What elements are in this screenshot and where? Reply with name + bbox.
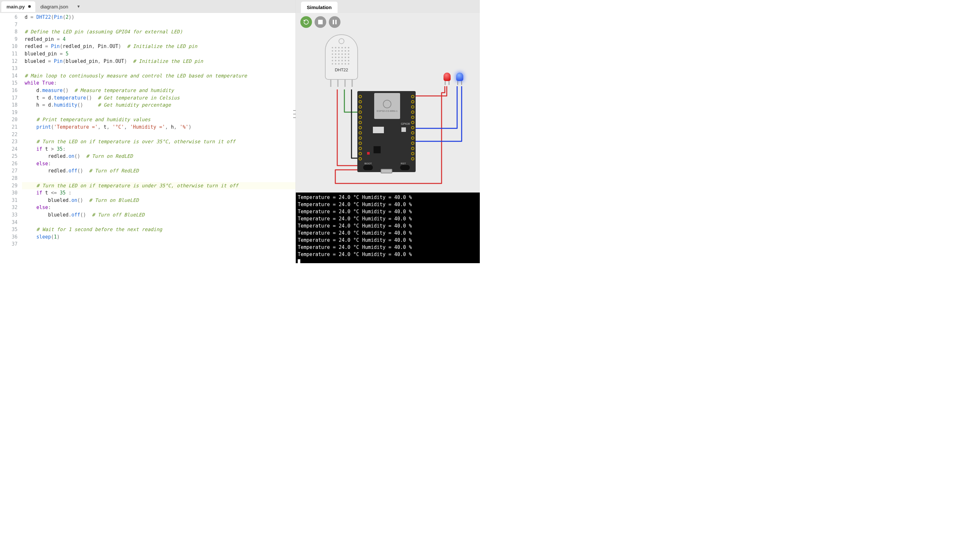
tab-overflow-menu[interactable]: ▼: [77, 4, 81, 9]
code-line[interactable]: if t > 35:: [22, 145, 296, 153]
code-editor[interactable]: 6789101112131415161718192021222324252627…: [0, 13, 296, 263]
code-line[interactable]: [22, 65, 296, 72]
pause-icon: [332, 20, 337, 24]
code-line[interactable]: # Main loop to continuously measure and …: [22, 72, 296, 80]
line-number: 32: [0, 204, 18, 211]
line-number: 25: [0, 153, 18, 160]
line-number: 37: [0, 240, 18, 248]
tab-diagram-json[interactable]: diagram.json: [35, 1, 73, 12]
restart-button[interactable]: [300, 16, 312, 28]
code-line[interactable]: t = d.temperature() # Get temperature in…: [22, 94, 296, 102]
console-line: Temperature = 24.0 °C Humidity = 40.0 %: [298, 237, 478, 244]
line-number: 15: [0, 80, 18, 87]
code-line[interactable]: # Define the LED pin (assuming GPIO4 for…: [22, 28, 296, 36]
code-line[interactable]: # Turn the LED on if temperature is over…: [22, 138, 296, 145]
code-line[interactable]: [22, 240, 296, 248]
line-number: 18: [0, 102, 18, 109]
console-cursor: [298, 258, 478, 263]
esp32-board[interactable]: ESP32-C3-MINI-1 GPIO8 BOOT RST: [357, 91, 416, 172]
code-line[interactable]: if t <= 35 :: [22, 189, 296, 197]
code-line[interactable]: while True:: [22, 80, 296, 87]
usb-port: [381, 169, 392, 173]
line-number: 35: [0, 226, 18, 233]
code-line[interactable]: d.measure() # Measure temperature and hu…: [22, 87, 296, 94]
line-number: 11: [0, 50, 18, 58]
code-line[interactable]: sleep(1): [22, 233, 296, 241]
line-number: 8: [0, 28, 18, 36]
code-line[interactable]: [22, 175, 296, 182]
console-line: Temperature = 24.0 °C Humidity = 40.0 %: [298, 208, 478, 215]
code-line[interactable]: [22, 219, 296, 226]
code-line[interactable]: # Turn the LED on if temperature is unde…: [22, 182, 296, 189]
boot-button[interactable]: [363, 165, 373, 170]
console-line: Temperature = 24.0 °C Humidity = 40.0 %: [298, 215, 478, 222]
sim-toolbar: [296, 13, 480, 31]
dht22-label: DHT22: [335, 67, 348, 72]
line-number: 34: [0, 219, 18, 226]
line-number: 10: [0, 43, 18, 50]
board-model-label: ESP32-C3-MINI-1: [377, 110, 398, 113]
code-line[interactable]: else:: [22, 160, 296, 167]
code-line[interactable]: redled.on() # Turn on RedLED: [22, 153, 296, 160]
code-line[interactable]: blueled_pin = 5: [22, 50, 296, 58]
console-line: Temperature = 24.0 °C Humidity = 40.0 %: [298, 251, 478, 258]
line-number: 24: [0, 145, 18, 153]
code-line[interactable]: else:: [22, 204, 296, 211]
line-number: 7: [0, 21, 18, 29]
tab-label: diagram.json: [40, 4, 68, 10]
line-number: 9: [0, 36, 18, 43]
tab-main-py[interactable]: main.py: [1, 1, 35, 12]
code-line[interactable]: [22, 131, 296, 138]
tab-bar: main.pydiagram.json ▼: [0, 0, 296, 13]
svg-rect-2: [335, 20, 337, 24]
line-number: 29: [0, 182, 18, 189]
red-led[interactable]: [444, 73, 451, 84]
line-number: 20: [0, 116, 18, 124]
code-line[interactable]: redled_pin = 4: [22, 36, 296, 43]
pause-button[interactable]: [329, 16, 340, 28]
line-number: 27: [0, 167, 18, 175]
code-line[interactable]: blueled = Pin(blueled_pin, Pin.OUT) # In…: [22, 58, 296, 65]
dht22-sensor[interactable]: DHT22: [325, 34, 358, 89]
simulation-tab[interactable]: Simulation: [301, 2, 337, 13]
blue-led[interactable]: [456, 73, 463, 84]
line-number: 22: [0, 131, 18, 138]
code-line[interactable]: redled = Pin(redled_pin, Pin.OUT) # Init…: [22, 43, 296, 50]
tab-label: main.py: [6, 4, 25, 10]
line-number: 28: [0, 175, 18, 182]
code-area[interactable]: d = DHT22(Pin(2))# Define the LED pin (a…: [22, 14, 296, 263]
console-line: Temperature = 24.0 °C Humidity = 40.0 %: [298, 222, 478, 229]
code-line[interactable]: [22, 21, 296, 29]
line-number: 33: [0, 211, 18, 219]
editor-pane: main.pydiagram.json ▼ 678910111213141516…: [0, 0, 296, 263]
console-line: Temperature = 24.0 °C Humidity = 40.0 %: [298, 201, 478, 208]
circuit-canvas[interactable]: DHT22 ESP32-C3-MINI-1 GPIO8: [296, 31, 480, 193]
reset-button[interactable]: [400, 165, 410, 170]
code-line[interactable]: redled.off() # Turn off RedLED: [22, 167, 296, 175]
console-line: Temperature = 24.0 °C Humidity = 40.0 %: [298, 194, 478, 201]
line-gutter: 6789101112131415161718192021222324252627…: [0, 14, 22, 263]
code-line[interactable]: blueled.off() # Turn off BlueLED: [22, 211, 296, 219]
code-line[interactable]: # Print temperature and humidity values: [22, 116, 296, 124]
line-number: 30: [0, 189, 18, 197]
code-line[interactable]: print('Temperature =', t, '°C', 'Humidit…: [22, 124, 296, 131]
gpio8-label: GPIO8: [401, 122, 410, 126]
line-number: 12: [0, 58, 18, 65]
code-line[interactable]: d = DHT22(Pin(2)): [22, 14, 296, 21]
svg-rect-1: [333, 20, 334, 24]
serial-console[interactable]: Temperature = 24.0 °C Humidity = 40.0 %T…: [296, 193, 480, 263]
code-line[interactable]: # Wait for 1 second before the next read…: [22, 226, 296, 233]
line-number: 13: [0, 65, 18, 72]
restart-icon: [303, 19, 309, 25]
code-line[interactable]: h = d.humidity() # Get humidity percenta…: [22, 102, 296, 109]
line-number: 36: [0, 233, 18, 241]
line-number: 14: [0, 72, 18, 80]
line-number: 23: [0, 138, 18, 145]
line-number: 16: [0, 87, 18, 94]
line-number: 26: [0, 160, 18, 167]
stop-button[interactable]: [315, 16, 326, 28]
svg-rect-0: [318, 20, 323, 24]
code-line[interactable]: [22, 109, 296, 116]
stop-icon: [318, 20, 323, 24]
code-line[interactable]: blueled.on() # Turn on BlueLED: [22, 197, 296, 204]
